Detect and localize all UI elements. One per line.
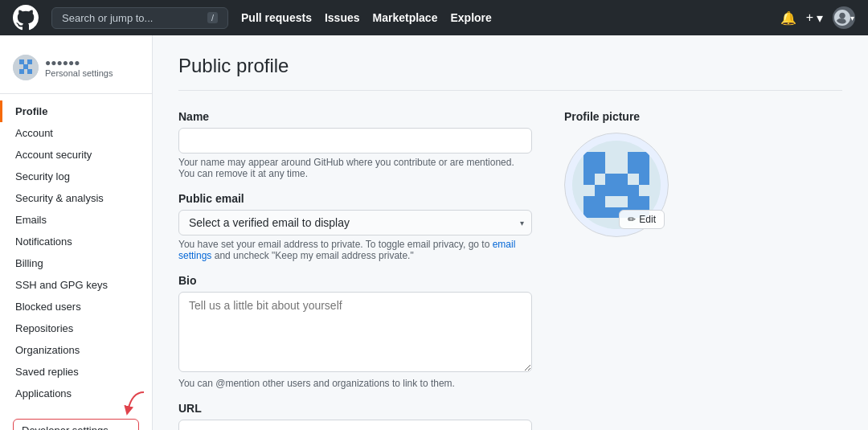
profile-picture-section: Profile picture — [564, 110, 725, 430]
profile-form: Name Your name may appear around GitHub … — [178, 110, 532, 430]
sidebar-item-notifications[interactable]: Notifications — [0, 231, 152, 252]
name-group: Name Your name may appear around GitHub … — [178, 110, 532, 179]
sidebar-item-repositories[interactable]: Repositories — [0, 317, 152, 339]
profile-picture-label: Profile picture — [564, 110, 725, 123]
bio-hint: You can @mention other users and organiz… — [178, 378, 532, 389]
bio-group: Bio You can @mention other users and org… — [178, 274, 532, 389]
svg-rect-3 — [23, 64, 28, 69]
navbar-chevron: ▾ — [850, 14, 854, 23]
svg-rect-2 — [27, 59, 32, 64]
email-select[interactable]: Select a verified email to display — [178, 210, 532, 235]
email-label: Public email — [178, 192, 532, 205]
url-input[interactable] — [178, 420, 532, 430]
email-hint: You have set your email address to priva… — [178, 239, 532, 261]
sidebar-item-emails[interactable]: Emails — [0, 209, 152, 231]
search-bar[interactable]: Search or jump to... / — [51, 7, 228, 29]
svg-rect-14 — [583, 196, 606, 219]
navbar-links: Pull requests Issues Marketplace Explore — [241, 11, 492, 24]
sidebar-username: ●●●●●● — [45, 57, 113, 68]
svg-rect-4 — [19, 69, 24, 74]
profile-picture-container: ✏ Edit — [564, 133, 669, 237]
sidebar-item-blocked-users[interactable]: Blocked users — [0, 296, 152, 317]
svg-rect-1 — [19, 59, 24, 64]
sidebar-item-saved-replies[interactable]: Saved replies — [0, 361, 152, 383]
pencil-icon: ✏ — [628, 214, 636, 225]
name-input[interactable] — [178, 128, 532, 154]
url-label: URL — [178, 402, 532, 415]
page-title: Public profile — [178, 55, 842, 91]
github-logo-icon[interactable] — [13, 5, 39, 31]
chevron-down-icon: ▾ — [817, 10, 823, 26]
svg-rect-5 — [27, 69, 32, 74]
bio-input[interactable] — [178, 292, 532, 372]
svg-rect-7 — [583, 152, 606, 174]
search-kbd: / — [207, 12, 218, 23]
marketplace-link[interactable]: Marketplace — [373, 11, 438, 24]
navbar-right: 🔔 + ▾ ▾ — [780, 6, 855, 29]
sidebar-item-billing[interactable]: Billing — [0, 252, 152, 274]
email-select-wrapper: Select a verified email to display ▾ — [178, 210, 532, 235]
name-label: Name — [178, 110, 532, 123]
url-group: URL — [178, 402, 532, 430]
sidebar-item-account[interactable]: Account — [0, 122, 152, 144]
svg-rect-8 — [628, 152, 650, 174]
profile-layout: Name Your name may appear around GitHub … — [178, 110, 842, 430]
sidebar-item-applications[interactable]: Applications — [0, 383, 152, 404]
sidebar-item-security-log[interactable]: Security log — [0, 166, 152, 187]
create-button[interactable]: + ▾ — [806, 10, 823, 26]
bell-icon: 🔔 — [780, 10, 796, 26]
email-group: Public email Select a verified email to … — [178, 192, 532, 261]
sidebar-sublabel: Personal settings — [45, 68, 113, 78]
svg-rect-11 — [605, 174, 628, 196]
sidebar-user-avatar — [13, 55, 39, 80]
sidebar-item-profile[interactable]: Profile — [0, 100, 152, 122]
svg-rect-9 — [583, 174, 595, 185]
developer-settings-link[interactable]: Developer settings — [13, 419, 139, 430]
issues-link[interactable]: Issues — [325, 11, 360, 24]
notifications-button[interactable]: 🔔 — [780, 10, 796, 26]
bio-label: Bio — [178, 274, 532, 287]
main-content: Public profile Name Your name may appear… — [153, 35, 868, 430]
search-placeholder: Search or jump to... — [62, 12, 153, 24]
sidebar-item-organizations[interactable]: Organizations — [0, 339, 152, 361]
sidebar-item-account-security[interactable]: Account security — [0, 144, 152, 166]
sidebar-item-ssh-gpg[interactable]: SSH and GPG keys — [0, 274, 152, 296]
avatar-button[interactable]: ▾ — [833, 6, 855, 29]
pull-requests-link[interactable]: Pull requests — [241, 11, 312, 24]
name-hint: Your name may appear around GitHub where… — [178, 157, 532, 179]
sidebar-item-security-analysis[interactable]: Security & analysis — [0, 187, 152, 209]
svg-rect-10 — [639, 174, 650, 185]
edit-profile-picture-button[interactable]: ✏ Edit — [619, 210, 665, 229]
sidebar: ●●●●●● Personal settings Profile Account… — [0, 35, 153, 430]
plus-icon: + — [806, 10, 813, 25]
sidebar-user: ●●●●●● Personal settings — [0, 48, 152, 94]
explore-link[interactable]: Explore — [450, 11, 491, 24]
navbar: Search or jump to... / Pull requests Iss… — [0, 0, 868, 35]
